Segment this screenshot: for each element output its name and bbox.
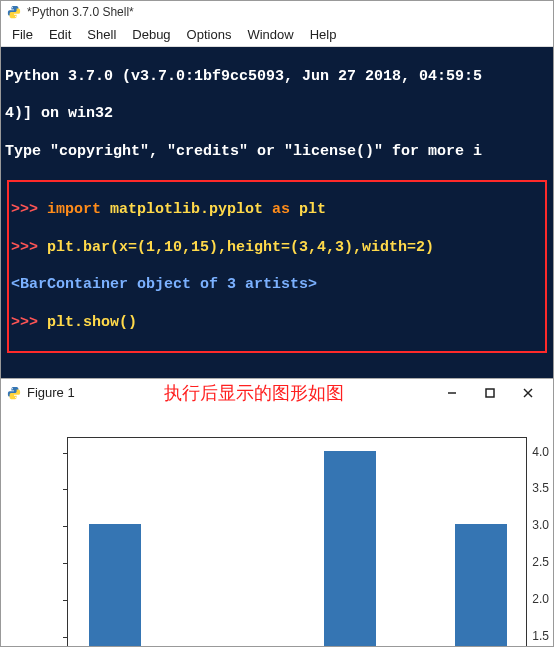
- menu-bar: File Edit Shell Debug Options Window Hel…: [1, 23, 553, 47]
- python-icon: [7, 5, 21, 19]
- code-line-1: >>> import matplotlib.pyplot as plt: [11, 201, 543, 220]
- menu-options[interactable]: Options: [180, 25, 239, 44]
- figure-window: Figure 1 执行后显示的图形如图 0.00.51.01.52.02.53.…: [1, 378, 553, 647]
- banner-line-2: 4)] on win32: [5, 105, 549, 124]
- menu-shell[interactable]: Shell: [80, 25, 123, 44]
- code-line-2: >>> plt.bar(x=(1,10,15),height=(3,4,3),w…: [11, 239, 543, 258]
- menu-edit[interactable]: Edit: [42, 25, 78, 44]
- prompt: >>>: [11, 314, 47, 331]
- figure-titlebar: Figure 1 执行后显示的图形如图: [1, 379, 553, 407]
- keyword-import: import: [47, 201, 101, 218]
- figure-canvas[interactable]: 0.00.51.01.52.02.53.03.54.0 024681012141…: [1, 407, 553, 647]
- banner-line-3: Type "copyright", "credits" or "license(…: [5, 143, 549, 162]
- plot-area[interactable]: [67, 437, 527, 647]
- menu-help[interactable]: Help: [303, 25, 344, 44]
- code-line-4: >>> plt.show(): [11, 314, 543, 333]
- menu-window[interactable]: Window: [240, 25, 300, 44]
- menu-file[interactable]: File: [5, 25, 40, 44]
- svg-point-0: [12, 7, 13, 8]
- svg-point-3: [15, 397, 16, 398]
- prompt: >>>: [11, 201, 47, 218]
- maximize-button[interactable]: [471, 381, 509, 405]
- figure-title: Figure 1: [27, 385, 75, 400]
- shell-terminal[interactable]: Python 3.7.0 (v3.7.0:1bf9cc5093, Jun 27 …: [1, 47, 553, 378]
- svg-point-1: [15, 16, 16, 17]
- svg-point-2: [12, 388, 13, 389]
- bar: [89, 524, 141, 647]
- window-buttons: [433, 381, 547, 405]
- svg-rect-5: [486, 389, 494, 397]
- annotation-caption: 执行后显示的图形如图: [75, 381, 433, 405]
- shell-titlebar: *Python 3.7.0 Shell*: [1, 1, 553, 23]
- highlighted-code-block: >>> import matplotlib.pyplot as plt >>> …: [7, 180, 547, 353]
- menu-debug[interactable]: Debug: [125, 25, 177, 44]
- bar: [455, 524, 507, 647]
- keyword-as: as: [272, 201, 290, 218]
- close-button[interactable]: [509, 381, 547, 405]
- python-icon: [7, 386, 21, 400]
- banner-line-1: Python 3.7.0 (v3.7.0:1bf9cc5093, Jun 27 …: [5, 68, 549, 87]
- prompt: >>>: [11, 239, 47, 256]
- shell-title: *Python 3.7.0 Shell*: [27, 5, 134, 19]
- minimize-button[interactable]: [433, 381, 471, 405]
- bar: [324, 451, 376, 647]
- code-output: <BarContainer object of 3 artists>: [11, 276, 543, 295]
